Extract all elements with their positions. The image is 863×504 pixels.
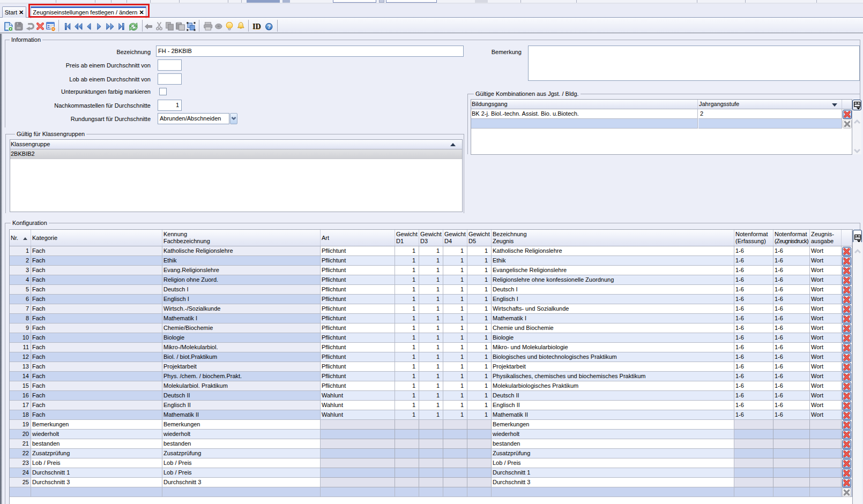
svg-text:?: ? bbox=[267, 24, 271, 30]
